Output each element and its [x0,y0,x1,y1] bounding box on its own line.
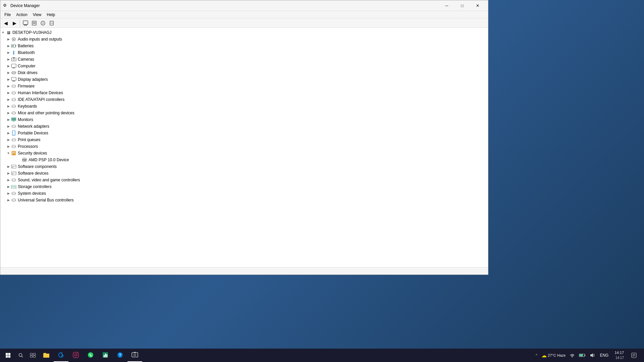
svg-rect-0 [23,21,28,24]
svg-rect-83 [106,354,107,357]
tree-item-system[interactable]: ▶ System devices [0,190,488,197]
tree-item-security[interactable]: ▼ 🔒 Security devices [0,150,488,157]
tree-item-keyboard[interactable]: ▶ Keyboards [0,103,488,110]
svg-point-41 [13,134,14,135]
tree-item-computer[interactable]: ▶ Computer [0,63,488,69]
bluetooth-icon: ᛒ [11,50,16,55]
taskbar-app-instagram[interactable] [68,349,83,362]
mice-expand-icon[interactable]: ▶ [6,110,11,116]
bluetooth-expand-icon[interactable]: ▶ [6,50,11,55]
security-expand-icon[interactable]: ▼ [6,150,11,156]
tree-item-cameras[interactable]: ▶ Cameras [0,56,488,63]
software-comp-expand-icon[interactable]: ▶ [6,164,11,169]
display-expand-icon[interactable]: ▶ [6,77,11,82]
toolbar-update[interactable] [30,19,38,27]
network-expand-icon[interactable]: ▶ [6,124,11,129]
processors-icon [11,144,16,149]
svg-rect-18 [11,64,16,67]
battery-icon[interactable] [578,349,587,362]
sound-expand-icon[interactable]: ▶ [6,177,11,183]
display-icon [11,77,16,82]
tree-item-mice[interactable]: ▶ Mice and other pointing devices [0,110,488,116]
system-expand-icon[interactable]: ▶ [6,191,11,196]
tree-item-audio[interactable]: ▶ Audio inputs and outputs [0,36,488,43]
tree-item-ide[interactable]: ▶ IDE ATA/ATAPI controllers [0,96,488,103]
svg-text:ᛒ: ᛒ [12,50,15,55]
tree-item-monitors[interactable]: ▶ Monitors [0,116,488,123]
tree-item-usb[interactable]: ▶ Universal Serial Bus controllers [0,197,488,203]
monitors-label: Monitors [18,117,33,122]
tree-content[interactable]: ▼ 🖥 DESKTOP-VU3HAGJ ▶ Audio inputs and o… [0,28,488,267]
menu-view[interactable]: View [30,12,44,18]
minimize-button[interactable]: ─ [439,0,454,11]
firmware-expand-icon[interactable]: ▶ [6,83,11,89]
print-expand-icon[interactable]: ▶ [6,137,11,142]
notification-center[interactable] [628,349,640,362]
usb-expand-icon[interactable]: ▶ [6,197,11,203]
tree-item-network[interactable]: ▶ Network adapters [0,123,488,130]
system-tray-overflow[interactable]: ^ [534,349,539,362]
taskbar-app-devicemgr[interactable] [127,349,142,362]
toolbar-properties[interactable] [21,19,30,27]
tree-item-batteries[interactable]: ▶ Batteries [0,43,488,49]
svg-rect-1 [24,25,27,25]
svg-rect-73 [30,356,33,357]
tree-root[interactable]: ▼ 🖥 DESKTOP-VU3HAGJ [0,29,488,36]
monitors-expand-icon[interactable]: ▶ [6,117,11,122]
maximize-button[interactable]: □ [454,0,470,11]
ide-expand-icon[interactable]: ▶ [6,97,11,102]
tree-item-firmware[interactable]: ▶ Firmware [0,83,488,89]
taskbar-app-stats[interactable] [98,349,113,362]
task-view-button[interactable] [27,349,39,362]
tree-item-sound[interactable]: ▶ Sound, video and game controllers [0,177,488,183]
svg-rect-91 [580,354,583,356]
start-button[interactable] [1,349,15,362]
toolbar-help[interactable]: ? [39,19,47,27]
tree-item-portable[interactable]: ▶ Portable Devices [0,130,488,136]
tree-item-disk[interactable]: ▶ Disk drives [0,69,488,76]
audio-expand-icon[interactable]: ▶ [6,37,11,42]
root-expand-icon[interactable]: ▼ [0,30,6,35]
tree-item-hid[interactable]: ▶ Human Interface Devices [0,89,488,96]
toolbar-forward[interactable]: ▶ [10,19,18,27]
tree-item-processors[interactable]: ▶ Processors [0,143,488,150]
toolbar-scan[interactable] [48,19,56,27]
tree-item-bluetooth[interactable]: ▶ ᛒ Bluetooth [0,49,488,56]
tree-item-display[interactable]: ▶ Display adapters [0,76,488,83]
tree-item-storage[interactable]: ▶ Storage controllers [0,183,488,190]
portable-expand-icon[interactable]: ▶ [6,130,11,136]
software-dev-expand-icon[interactable]: ▶ [6,171,11,176]
keyboard-expand-icon[interactable]: ▶ [6,104,11,109]
tree-item-software-comp[interactable]: ▶ Software components [0,163,488,170]
close-button[interactable]: ✕ [470,0,485,11]
taskbar-app-help[interactable]: ? [113,349,127,362]
tree-item-amd-psp[interactable]: PSP AMD PSP 10.0 Device [0,157,488,163]
toolbar-back[interactable]: ◀ [2,19,10,27]
taskbar: ? ^ ☁ 27°C Haze [0,349,644,362]
svg-text:PSP: PSP [22,159,27,161]
menu-file[interactable]: File [2,12,13,18]
network-icon[interactable] [568,349,576,362]
tree-item-print[interactable]: ▶ Print queues [0,136,488,143]
usb-label: Universal Serial Bus controllers [18,198,74,202]
system-clock[interactable]: 14:17 14:17 [612,350,627,360]
batteries-expand-icon[interactable]: ▶ [6,43,11,49]
volume-icon[interactable] [588,349,596,362]
processors-expand-icon[interactable]: ▶ [6,144,11,149]
tree-item-software-dev[interactable]: ▶ Software devices [0,170,488,177]
computer-expand-icon[interactable]: ▶ [6,63,11,69]
menu-action[interactable]: Action [13,12,30,18]
hid-expand-icon[interactable]: ▶ [6,90,11,96]
taskbar-app-explorer[interactable] [39,349,54,362]
taskbar-app-edge[interactable] [54,349,68,362]
search-button[interactable] [15,349,27,362]
cameras-expand-icon[interactable]: ▶ [6,57,11,62]
disk-expand-icon[interactable]: ▶ [6,70,11,75]
language-indicator[interactable]: ENG [598,349,610,362]
hid-label: Human Interface Devices [18,90,63,95]
storage-expand-icon[interactable]: ▶ [6,184,11,189]
window-icon: ⚙ [3,3,8,8]
weather-indicator[interactable]: ☁ 27°C Haze [540,349,567,362]
taskbar-app-whatsapp[interactable] [83,349,98,362]
menu-help[interactable]: Help [44,12,58,18]
